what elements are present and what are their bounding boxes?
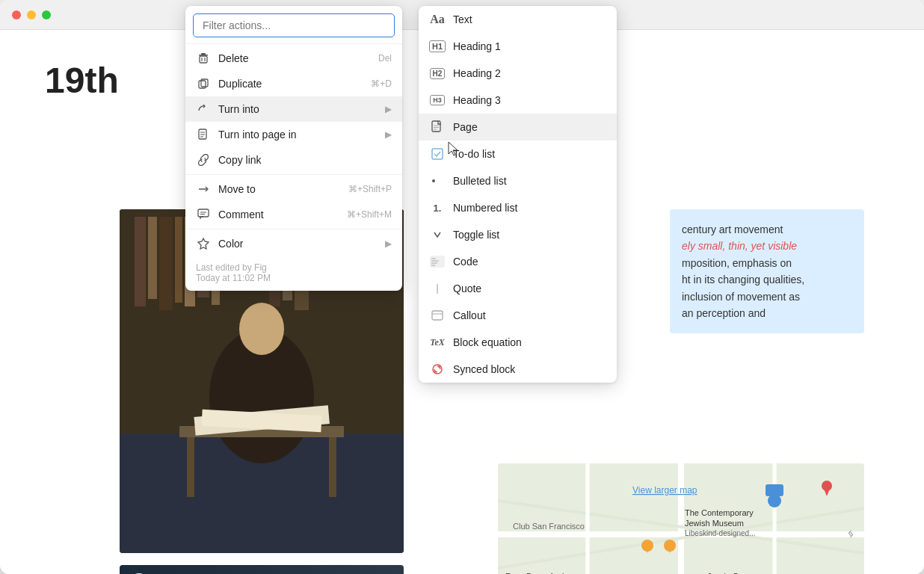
submenu-item-page[interactable]: Page: [419, 114, 617, 141]
menu-item-turn-into[interactable]: Turn into ▶: [185, 96, 402, 122]
turn-into-label: Turn into: [218, 103, 378, 115]
duplicate-icon: [196, 76, 211, 91]
svg-rect-40: [187, 437, 194, 497]
h3-icon: H3: [429, 92, 446, 108]
menu-item-comment[interactable]: Comment ⌘+Shift+M: [185, 202, 402, 227]
svg-rect-58: [432, 121, 440, 132]
link-icon: [196, 152, 211, 167]
svg-rect-45: [199, 55, 208, 56]
submenu-item-toggle[interactable]: Toggle list: [419, 221, 617, 248]
submenu-item-callout[interactable]: Callout: [419, 302, 617, 329]
page-type-icon: [429, 119, 446, 135]
synced-label: Synced block: [453, 363, 515, 375]
equation-label: Block equation: [453, 336, 522, 348]
svg-text:View larger map: View larger map: [632, 485, 697, 496]
numbered-icon: 1.: [429, 200, 446, 216]
menu-divider-3: [185, 229, 402, 229]
last-edited-line2: Today at 11:02 PM: [196, 273, 392, 283]
submenu-item-todo[interactable]: To-do list: [419, 141, 617, 167]
turn-into-arrow-icon: ▶: [385, 104, 392, 114]
duplicate-shortcut: ⌘+D: [371, 78, 392, 89]
submenu-item-h1[interactable]: H1 Heading 1: [419, 33, 617, 60]
turn-into-submenu: Aa Text H1 Heading 1 H2 Heading 2 H3 Hea…: [419, 6, 617, 383]
callout-label: Callout: [453, 309, 486, 321]
delete-label: Delete: [218, 52, 371, 64]
comment-label: Comment: [218, 209, 339, 220]
menu-divider-1: [185, 43, 402, 44]
bg-text-line5: inclusion of movement as: [682, 291, 800, 303]
maximize-button[interactable]: [42, 10, 51, 19]
svg-rect-20: [766, 484, 783, 496]
submenu-item-numbered[interactable]: 1. Numbered list: [419, 194, 617, 221]
bg-text-line3: mposition, emphasis on: [682, 257, 792, 269]
filter-input[interactable]: [193, 13, 395, 37]
menu-item-copy-link[interactable]: Copy link: [185, 147, 402, 173]
svg-text:‹: ‹: [848, 525, 852, 540]
menu-item-color[interactable]: Color ▶: [185, 231, 402, 256]
h1-label: Heading 1: [453, 40, 501, 52]
svg-text:Libeskind-designed...: Libeskind-designed...: [685, 529, 756, 537]
delete-shortcut: Del: [378, 53, 392, 64]
h2-label: Heading 2: [453, 67, 501, 79]
submenu-item-equation[interactable]: TeX Block equation: [419, 329, 617, 356]
close-button[interactable]: [12, 10, 21, 19]
h2-icon: H2: [429, 65, 446, 81]
trash-icon: [196, 51, 211, 66]
toggle-label: Toggle list: [453, 229, 499, 241]
bg-content-block: century art movement ely small, thin, ye…: [670, 209, 864, 333]
callout-icon: [429, 307, 446, 324]
filter-input-wrap: [185, 6, 402, 42]
bg-text-line4: ht in its changing qualities,: [682, 274, 804, 286]
bg-text-line6: an perception and: [682, 307, 766, 319]
svg-text:The Contemporary: The Contemporary: [685, 508, 754, 517]
synced-icon: [429, 361, 446, 377]
turn-into-icon: [196, 102, 211, 117]
svg-rect-44: [201, 53, 206, 55]
numbered-label: Numbered list: [453, 202, 517, 214]
map-area: Club San Francisco View larger map The C…: [498, 463, 864, 574]
minimize-button[interactable]: [27, 10, 36, 19]
svg-rect-41: [329, 437, 336, 497]
bulleted-label: Bulleted list: [453, 175, 507, 187]
submenu-item-h3[interactable]: H3 Heading 3: [419, 87, 617, 114]
submenu-item-text[interactable]: Aa Text: [419, 6, 617, 33]
h3-label: Heading 3: [453, 94, 501, 106]
svg-rect-27: [135, 217, 146, 306]
text-type-icon: Aa: [429, 11, 446, 28]
equation-icon: TeX: [429, 334, 446, 351]
color-icon: [196, 236, 211, 251]
menu-item-duplicate[interactable]: Duplicate ⌘+D: [185, 71, 402, 96]
toggle-icon: [429, 226, 446, 243]
quote-label: Quote: [453, 283, 481, 294]
comment-icon: [196, 207, 211, 222]
submenu-item-h2[interactable]: H2 Heading 2: [419, 60, 617, 87]
svg-text:Club San Francisco: Club San Francisco: [513, 522, 585, 531]
submenu-item-bulleted[interactable]: Bulleted list: [419, 167, 617, 194]
svg-rect-69: [432, 311, 443, 320]
copy-link-label: Copy link: [218, 154, 392, 166]
svg-rect-64: [430, 256, 445, 268]
color-arrow-icon: ▶: [385, 238, 392, 249]
bg-text-highlight: ely small, thin, yet visible: [682, 240, 797, 252]
move-to-icon: [196, 182, 211, 197]
submenu-item-quote[interactable]: | Quote: [419, 275, 617, 302]
svg-text:Jewish Museum: Jewish Museum: [685, 519, 744, 528]
submenu-item-synced[interactable]: Synced block: [419, 356, 617, 383]
bullet-icon: [429, 173, 446, 189]
svg-rect-46: [200, 56, 207, 63]
todo-label: To-do list: [453, 148, 495, 160]
code-label: Code: [453, 256, 478, 268]
turn-into-page-in-arrow-icon: ▶: [385, 129, 392, 140]
menu-footer: Last edited by Fig Today at 11:02 PM: [185, 256, 402, 291]
last-edited-line1: Last edited by Fig: [196, 262, 392, 273]
menu-item-move-to[interactable]: Move to ⌘+Shift+P: [185, 176, 402, 202]
move-to-shortcut: ⌘+Shift+P: [348, 184, 392, 194]
window: 19th century art movement ely small, thi…: [0, 0, 924, 574]
submenu-item-code[interactable]: Code: [419, 248, 617, 275]
svg-rect-28: [148, 217, 157, 299]
menu-item-delete[interactable]: Delete Del: [185, 46, 402, 71]
bg-text-line1: century art movement: [682, 223, 783, 235]
quote-icon: |: [429, 280, 446, 297]
menu-item-turn-into-page-in[interactable]: Turn into page in ▶: [185, 122, 402, 147]
menu-divider-2: [185, 174, 402, 175]
